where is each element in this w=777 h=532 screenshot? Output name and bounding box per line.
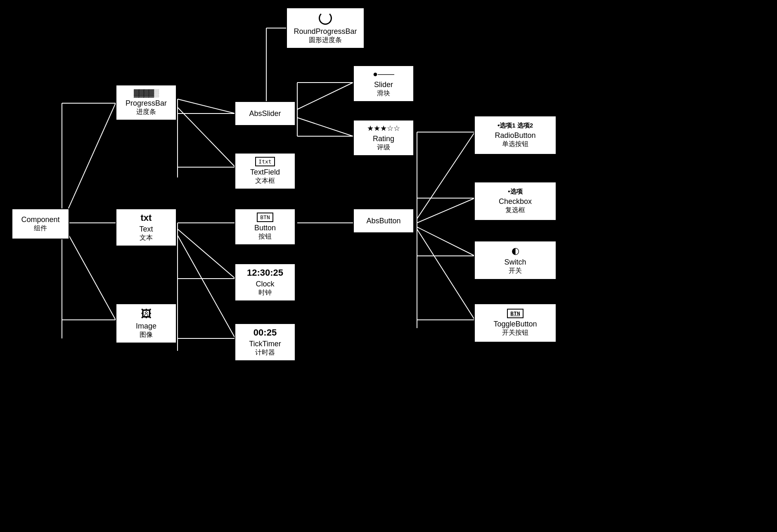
roundprogressbar-label-en: RoundProgressBar	[294, 27, 357, 36]
button-icon: BTN	[257, 213, 273, 222]
switch-label-zh: 开关	[509, 267, 522, 275]
image-label-zh: 图像	[140, 331, 153, 339]
svg-line-8	[297, 83, 353, 109]
svg-line-7	[178, 235, 235, 338]
svg-line-0	[62, 103, 116, 223]
svg-line-9	[297, 118, 353, 136]
image-node: 🖼 Image 图像	[116, 303, 177, 343]
absbutton-node: AbsButton	[353, 208, 414, 233]
togglebutton-label-zh: 开关按钮	[502, 329, 528, 337]
switch-icon: ◐	[512, 246, 519, 256]
slider-node: ●—— Slider 滑块	[353, 65, 414, 102]
text-label-zh: 文本	[140, 234, 153, 242]
svg-line-2	[62, 223, 116, 320]
checkbox-icon: •选项	[508, 188, 522, 196]
togglebutton-node: BTN ToggleButton 开关按钮	[474, 303, 557, 343]
clock-label-zh: 时钟	[258, 288, 272, 297]
svg-line-13	[417, 227, 475, 256]
progressbar-label-en: ProgressBar	[126, 99, 167, 108]
ticktimer-node: 00:25 TickTimer 计时器	[235, 323, 296, 361]
radiobutton-node: •选项1 选项2 RadioButton 单选按钮	[474, 116, 557, 155]
ticktimer-label-en: TickTimer	[249, 340, 281, 348]
textfield-node: Itxt TextField 文本框	[235, 153, 296, 189]
slider-label-en: Slider	[374, 80, 393, 89]
checkbox-label-en: Checkbox	[499, 197, 532, 206]
textfield-label-en: TextField	[250, 168, 280, 177]
rating-node: ★★★☆☆ Rating 评级	[353, 120, 414, 156]
absslider-node: AbsSlider	[235, 101, 296, 126]
absslider-label-en: AbsSlider	[249, 109, 281, 118]
svg-line-11	[417, 132, 475, 219]
absbutton-label-en: AbsButton	[366, 217, 400, 225]
progressbar-label-zh: 进度条	[136, 108, 156, 116]
textfield-label-zh: 文本框	[255, 177, 275, 185]
image-label-en: Image	[136, 322, 156, 331]
roundprogressbar-icon	[319, 12, 332, 25]
svg-line-14	[417, 229, 475, 320]
radiobutton-label-zh: 单选按钮	[502, 140, 528, 149]
progressbar-icon: ▓▓▓▓░	[134, 89, 159, 97]
switch-node: ◐ Switch 开关	[474, 241, 557, 280]
text-node: txt Text 文本	[116, 208, 177, 246]
radiobutton-icon: •选项1 选项2	[497, 122, 533, 130]
ticktimer-time: 00:25	[253, 327, 277, 338]
text-label-en: Text	[139, 225, 153, 234]
component-label-zh: 组件	[34, 224, 47, 233]
ticktimer-label-zh: 计时器	[255, 348, 275, 357]
checkbox-node: •选项 Checkbox 复选框	[474, 182, 557, 221]
rating-label-zh: 评级	[377, 143, 390, 152]
slider-label-zh: 滑块	[377, 89, 390, 98]
button-label-zh: 按钮	[258, 232, 272, 241]
component-node: Component 组件	[12, 208, 69, 239]
slider-icon: ●——	[373, 69, 394, 79]
component-label-en: Component	[21, 215, 59, 224]
rating-icon: ★★★☆☆	[367, 124, 400, 133]
radiobutton-label-en: RadioButton	[495, 131, 535, 140]
svg-line-6	[178, 229, 235, 279]
svg-line-4	[178, 107, 235, 167]
svg-line-3	[178, 99, 235, 113]
clock-time: 12:30:25	[247, 267, 283, 278]
progressbar-node: ▓▓▓▓░ ProgressBar 进度条	[116, 85, 177, 121]
clock-label-en: Clock	[256, 280, 274, 288]
togglebutton-label-en: ToggleButton	[493, 320, 537, 329]
clock-node: 12:30:25 Clock 时钟	[235, 263, 296, 301]
image-icon: 🖼	[141, 307, 152, 320]
button-node: BTN Button 按钮	[235, 208, 296, 245]
textfield-icon: Itxt	[255, 157, 275, 166]
checkbox-label-zh: 复选框	[505, 206, 525, 215]
button-label-en: Button	[254, 224, 276, 232]
text-icon: txt	[141, 213, 152, 223]
svg-line-12	[417, 198, 475, 223]
togglebutton-icon: BTN	[507, 309, 523, 318]
roundprogressbar-node: RoundProgressBar 圆形进度条	[286, 7, 365, 49]
roundprogressbar-label-zh: 圆形进度条	[309, 36, 342, 45]
switch-label-en: Switch	[504, 258, 526, 267]
rating-label-en: Rating	[373, 135, 394, 143]
